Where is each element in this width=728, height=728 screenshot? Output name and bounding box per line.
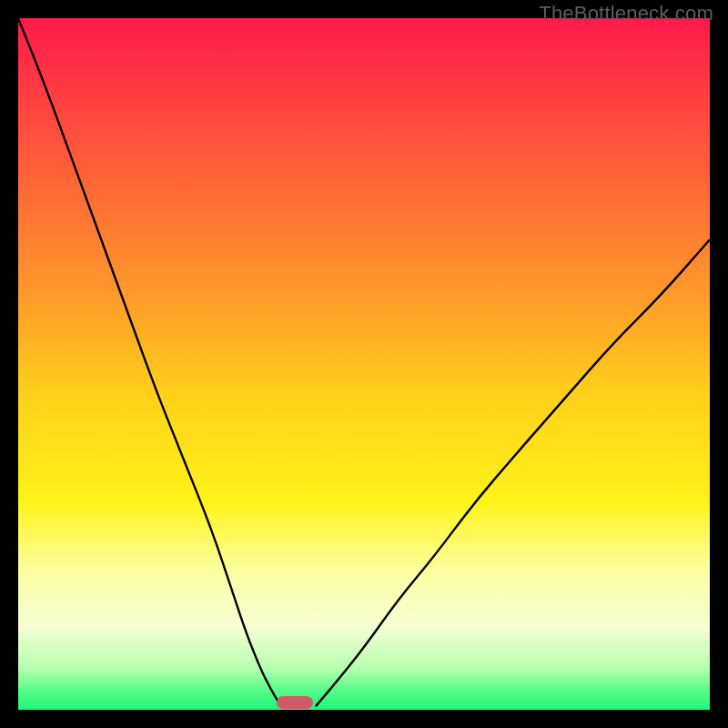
minimum-marker <box>277 696 313 709</box>
chart-svg <box>18 18 710 710</box>
plot-area <box>18 18 710 710</box>
watermark-text: TheBottleneck.com <box>539 2 713 25</box>
gradient-background <box>18 18 710 710</box>
chart-frame: TheBottleneck.com <box>0 0 728 728</box>
